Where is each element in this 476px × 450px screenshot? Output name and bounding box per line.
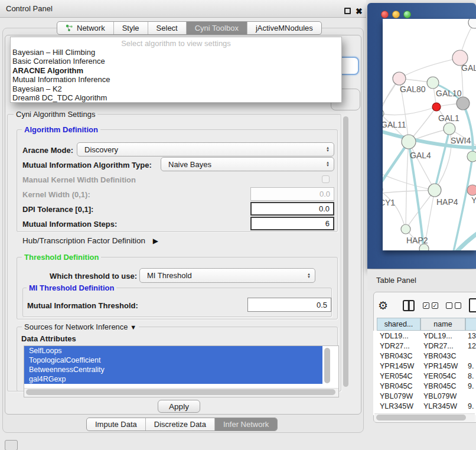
list-item-selfloops[interactable]: SelfLoops	[24, 346, 322, 356]
network-node[interactable]	[457, 97, 470, 110]
column-header-partial[interactable]	[465, 318, 476, 331]
select-all-checkbox-icon[interactable]: ✓	[423, 302, 429, 309]
network-canvas[interactable]: GAL2GAL80GAL10GAL1GAL11SWI4GAL4GCY1HAP4Y…	[383, 19, 476, 250]
aracne-mode-combo[interactable]: Discovery ▲▼	[77, 142, 334, 156]
tab-infer-network[interactable]: Infer Network	[215, 418, 277, 431]
table-cell[interactable]: YBR043C	[423, 352, 457, 360]
mi-algorithm-type-combo[interactable]: Naive Bayes ▲▼	[161, 157, 334, 171]
table-settings-gear-icon[interactable]: ⚙	[378, 299, 388, 312]
table-cell[interactable]: YER054C	[423, 372, 457, 380]
table-cell[interactable]: YBR045C	[423, 382, 457, 390]
network-edge[interactable]	[383, 190, 406, 229]
kernel-width-field[interactable]: 0.0	[250, 187, 334, 201]
float-window-icon[interactable]	[344, 8, 351, 14]
list-item-betweennesscentrality[interactable]: BetweennessCentrality	[24, 365, 322, 374]
combo-spinner-icon: ▲▼	[326, 161, 330, 167]
network-node-y[interactable]	[467, 185, 476, 195]
table-cell[interactable]: YBL079W	[423, 392, 457, 400]
network-node-hap2[interactable]	[401, 224, 410, 234]
list-item-gal4rgexp[interactable]: gal4RGexp	[24, 374, 322, 384]
tab-impute-data-label: Impute Data	[95, 420, 137, 429]
which-threshold-combo[interactable]: MI Threshold ▲▼	[139, 268, 315, 283]
network-edge[interactable]	[383, 107, 436, 115]
dpi-tolerance-value: 0.0	[319, 204, 330, 213]
network-edge[interactable]	[399, 58, 460, 79]
network-node[interactable]	[467, 151, 476, 162]
settings-vertical-scrollbar[interactable]	[343, 116, 348, 387]
table-cell[interactable]: 12	[468, 342, 476, 350]
network-edge[interactable]	[406, 142, 409, 229]
table-cell[interactable]: YDR27...	[423, 342, 454, 350]
table-cell[interactable]: YBL079W	[380, 392, 413, 400]
column-header-name[interactable]: name	[420, 318, 465, 331]
network-node-label: GAL80	[400, 84, 426, 94]
collapsed-panel-icon[interactable]	[5, 440, 18, 450]
table-cell[interactable]: 9.	[468, 362, 474, 370]
tab-select[interactable]: Select	[148, 22, 187, 34]
sources-group-title[interactable]: Sources for Network Inference ▼	[22, 322, 139, 331]
attributes-list-vscrollbar[interactable]	[324, 348, 330, 383]
network-node-hap4[interactable]	[428, 184, 441, 197]
table-cell[interactable]: YER054C	[380, 372, 413, 380]
dropdown-item-dream8[interactable]: Dream8 DC_TDC Algorithm	[11, 93, 341, 102]
column-header-shared-name[interactable]: shared...	[377, 318, 420, 331]
attributes-list-hscrollbar[interactable]	[26, 389, 335, 395]
tab-cyni-toolbox[interactable]: Cyni Toolbox	[187, 22, 247, 34]
mi-threshold-field[interactable]: 0.5	[247, 298, 331, 312]
mi-steps-field[interactable]: 6	[250, 217, 334, 230]
table-cell[interactable]: 9.	[468, 382, 474, 390]
dropdown-item-aracne[interactable]: ARACNE Algorithm	[11, 66, 341, 75]
list-item-topologicalcoefficient[interactable]: TopologicalCoefficient	[24, 356, 322, 365]
table-cell[interactable]: YDR27...	[380, 342, 410, 350]
table-cell[interactable]: YDL19...	[423, 332, 452, 340]
table-cell[interactable]: YDL19...	[380, 332, 409, 340]
network-node-gal80[interactable]	[393, 72, 406, 85]
tab-discretize-data[interactable]: Discretize Data	[146, 418, 215, 431]
mi-steps-value: 6	[325, 219, 330, 228]
network-node[interactable]	[468, 19, 476, 28]
dpi-tolerance-field[interactable]: 0.0	[250, 202, 334, 216]
network-node-gal4[interactable]	[402, 135, 416, 149]
column-layout-icon[interactable]	[403, 300, 415, 311]
tab-cyni-toolbox-label: Cyni Toolbox	[195, 24, 239, 32]
table-cell[interactable]: 8.	[468, 372, 474, 380]
tab-style[interactable]: Style	[114, 22, 148, 34]
table-cell[interactable]: YPR145W	[423, 362, 458, 370]
close-panel-icon[interactable]: ✖	[356, 6, 363, 16]
dpi-tolerance-label: DPI Tolerance [0,1]:	[22, 205, 93, 214]
network-view-window[interactable]: GAL2GAL80GAL10GAL1GAL11SWI4GAL4GCY1HAP4Y…	[367, 3, 476, 269]
network-node-gal10[interactable]	[427, 77, 439, 89]
manual-kernel-checkbox[interactable]	[322, 175, 330, 183]
network-node-gal1[interactable]	[432, 103, 441, 111]
algorithm-definition-title: Algorithm Definition	[22, 125, 100, 134]
hub-definition-expander[interactable]: Hub/Transcription Factor Definition ▶	[22, 236, 158, 245]
table-cell[interactable]: YBR045C	[380, 382, 413, 390]
table-cell[interactable]: YLR345W	[380, 402, 413, 410]
deselect-all-checkbox-icon-2[interactable]	[455, 302, 461, 309]
apply-button[interactable]: Apply	[158, 400, 200, 413]
network-node-swi4[interactable]	[444, 123, 455, 135]
window-zoom-button[interactable]	[403, 11, 411, 18]
table-cell[interactable]: 9.	[468, 402, 474, 410]
table-cell[interactable]: 13	[468, 332, 476, 340]
network-node-label: SWI4	[451, 136, 471, 145]
window-close-button[interactable]	[381, 11, 389, 18]
window-minimize-button[interactable]	[392, 11, 400, 18]
export-table-icon[interactable]	[469, 298, 476, 312]
dropdown-item-bayesian-hill[interactable]: Bayesian – Hill Climbing	[11, 48, 341, 57]
table-cell[interactable]: YBR043C	[380, 352, 413, 360]
table-hscrollbar[interactable]	[376, 415, 466, 420]
dropdown-placeholder: Select algorithm to view settings	[11, 37, 341, 48]
tab-network[interactable]: Network	[57, 22, 114, 34]
network-edge-highlighted[interactable]	[435, 130, 449, 190]
table-cell[interactable]: YPR145W	[380, 362, 414, 370]
dropdown-item-mutual-information[interactable]: Mutual Information Inference	[11, 75, 341, 84]
table-cell[interactable]: YLR345W	[423, 402, 457, 410]
dropdown-item-bayesian-k2[interactable]: Bayesian – K2	[11, 84, 341, 93]
select-all-checkbox-icon-2[interactable]: ✓	[432, 302, 438, 309]
tab-jactivemnodules[interactable]: jActiveMNodules	[247, 22, 321, 34]
network-edge[interactable]	[383, 190, 435, 195]
deselect-all-checkbox-icon[interactable]	[446, 302, 452, 309]
tab-impute-data[interactable]: Impute Data	[87, 418, 146, 431]
dropdown-item-basic-correlation[interactable]: Basic Correlation Inference	[11, 57, 341, 66]
